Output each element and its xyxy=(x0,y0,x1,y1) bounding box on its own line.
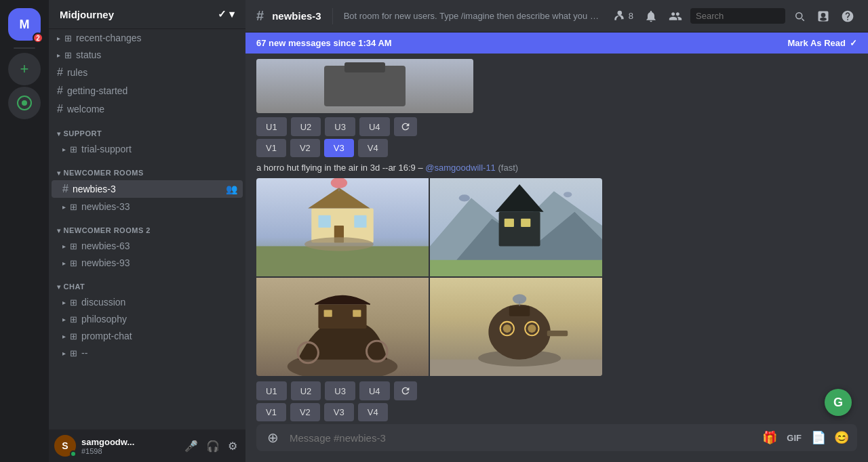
arrow-icon: ▸ xyxy=(62,299,66,306)
sidebar-item-trial-support[interactable]: ▸ ⊞ trial-support xyxy=(52,141,243,157)
action-row-u1234-main: U1 U2 U3 U4 xyxy=(256,381,857,400)
section-chat[interactable]: ▾ CHAT xyxy=(52,272,243,293)
u1-button-main[interactable]: U1 xyxy=(256,381,287,400)
refresh-button-top[interactable] xyxy=(394,117,417,136)
user-controls: 🎤 🎧 ⚙ xyxy=(182,437,240,455)
svg-rect-31 xyxy=(353,310,361,317)
section-newcomer-rooms-2[interactable]: ▾ NEWCOMER ROOMS 2 xyxy=(52,215,243,237)
channel-header: # newbies-3 Bot room for new users. Type… xyxy=(245,0,868,33)
sidebar-item-more[interactable]: ▸ ⊞ -- xyxy=(52,345,243,361)
floating-avatar[interactable]: G xyxy=(825,389,852,416)
sidebar-item-getting-started[interactable]: # getting-started xyxy=(52,82,243,100)
u3-button-main[interactable]: U3 xyxy=(325,381,355,400)
sidebar-item-recent-changes[interactable]: ▸ ⊞ recent-changes xyxy=(52,30,243,46)
members-button[interactable]: 8 xyxy=(610,7,636,26)
image-cell-4[interactable] xyxy=(430,278,602,376)
channel-label: discussion xyxy=(81,297,125,308)
image-cell-3[interactable] xyxy=(256,278,429,376)
members-list-button[interactable] xyxy=(666,7,685,26)
group-icon: ⊞ xyxy=(70,202,77,212)
v2-button-main[interactable]: V2 xyxy=(290,403,320,421)
gif-button[interactable]: GIF xyxy=(783,430,806,446)
search-button[interactable] xyxy=(791,7,808,25)
explore-button[interactable] xyxy=(8,87,41,119)
channel-label: newbies-63 xyxy=(81,240,130,251)
v1-button-main[interactable]: V1 xyxy=(256,403,286,421)
sidebar-item-newbies-63[interactable]: ▸ ⊞ newbies-63 xyxy=(52,238,243,254)
notification-button[interactable] xyxy=(642,7,660,26)
group-icon: ⊞ xyxy=(70,144,77,154)
group-icon: ⊞ xyxy=(70,331,77,341)
channel-label: status xyxy=(76,49,101,60)
channel-label: getting-started xyxy=(67,85,128,96)
image-cell-2[interactable] xyxy=(430,178,602,276)
sidebar-item-newbies-33[interactable]: ▸ ⊞ newbies-33 xyxy=(52,198,243,215)
mention-text[interactable]: @samgoodwill-11 xyxy=(425,163,496,173)
gift-button[interactable]: 🎁 xyxy=(760,427,780,448)
mute-button[interactable]: 🎤 xyxy=(182,437,201,455)
attach-button[interactable]: ⊕ xyxy=(262,424,284,451)
server-header[interactable]: Midjourney ✓ ▾ xyxy=(49,0,245,29)
hash-icon: # xyxy=(57,66,63,79)
mark-as-read-button[interactable]: Mark As Read ✓ xyxy=(788,38,858,48)
u4-button-main[interactable]: U4 xyxy=(359,381,390,400)
add-server-button[interactable]: + xyxy=(8,53,41,85)
group-icon: ⊞ xyxy=(70,348,77,358)
v2-button-top[interactable]: V2 xyxy=(290,139,320,157)
v4-button-main[interactable]: V4 xyxy=(358,403,388,421)
sidebar-item-newbies-93[interactable]: ▸ ⊞ newbies-93 xyxy=(52,255,243,271)
inbox-button[interactable] xyxy=(814,7,833,26)
arrow-icon: ▾ xyxy=(57,227,61,234)
channel-hash-icon: # xyxy=(256,8,264,24)
hash-icon: # xyxy=(57,103,63,115)
u1-button-top[interactable]: U1 xyxy=(256,117,287,136)
help-button[interactable] xyxy=(838,7,857,26)
section-newcomer-rooms[interactable]: ▾ NEWCOMER ROOMS xyxy=(52,158,243,180)
u4-button-top[interactable]: U4 xyxy=(359,117,390,136)
u3-button-top[interactable]: U3 xyxy=(325,117,355,136)
recent-changes-icon: ⊞ xyxy=(64,33,72,43)
svg-point-39 xyxy=(528,324,536,333)
arrow-icon: ▸ xyxy=(62,203,66,211)
u2-button-top[interactable]: U2 xyxy=(291,117,321,136)
sidebar-item-status[interactable]: ▸ ⊞ status xyxy=(52,47,243,63)
new-messages-banner[interactable]: 67 new messages since 1:34 AM Mark As Re… xyxy=(245,33,868,54)
input-right-icons: 🎁 GIF 📄 😊 xyxy=(760,427,852,448)
image-cell-1[interactable] xyxy=(256,178,429,276)
server-icon-midjourney[interactable]: M 2 xyxy=(8,8,41,41)
emoji-button[interactable]: 😊 xyxy=(831,427,852,448)
v1-button-top[interactable]: V1 xyxy=(256,139,286,157)
refresh-button-main[interactable] xyxy=(394,381,417,400)
hash-icon: # xyxy=(62,183,68,195)
sidebar-item-prompt-chat[interactable]: ▸ ⊞ prompt-chat xyxy=(52,328,243,344)
sticker-button[interactable]: 📄 xyxy=(808,427,829,448)
settings-button[interactable]: ⚙ xyxy=(225,437,240,455)
v3-button-top[interactable]: V3 xyxy=(324,139,354,157)
group-icon: ⊞ xyxy=(70,314,77,324)
arrow-icon: ▸ xyxy=(62,316,66,323)
floating-avatar-button[interactable]: G xyxy=(825,389,852,416)
section-label-text: CHAT xyxy=(64,282,85,291)
section-support[interactable]: ▾ SUPPORT xyxy=(52,119,243,140)
sidebar-item-newbies-3[interactable]: # newbies-3 👥 xyxy=(52,180,243,198)
sidebar-item-welcome[interactable]: # welcome xyxy=(52,100,243,118)
sidebar-item-discussion[interactable]: ▸ ⊞ discussion xyxy=(52,294,243,310)
search-input[interactable] xyxy=(690,8,785,24)
chat-area: U1 U2 U3 U4 V1 V2 V3 V4 a horro hut flyi… xyxy=(245,54,868,424)
message-block-main: a horro hut flying in the air in 3d --ar… xyxy=(245,163,868,424)
members-icon: 👥 xyxy=(226,184,237,194)
u2-button-main[interactable]: U2 xyxy=(291,381,321,400)
deafen-button[interactable]: 🎧 xyxy=(203,437,222,455)
v4-button-top[interactable]: V4 xyxy=(358,139,388,157)
input-area: ⊕ 🎁 GIF 📄 😊 xyxy=(245,424,868,462)
arrow-icon: ▸ xyxy=(57,35,60,42)
arrow-icon: ▾ xyxy=(57,130,61,138)
sidebar-item-philosophy[interactable]: ▸ ⊞ philosophy xyxy=(52,311,243,327)
sidebar: Midjourney ✓ ▾ ▸ ⊞ recent-changes ▸ ⊞ st… xyxy=(49,0,245,462)
checkmark-icon: ✓ xyxy=(850,38,857,48)
speed-badge: (fast) xyxy=(498,163,518,173)
v3-button-main[interactable]: V3 xyxy=(324,403,354,421)
message-input[interactable] xyxy=(284,425,760,451)
sidebar-item-rules[interactable]: # rules xyxy=(52,64,243,81)
action-row-v1234-top: V1 V2 V3 V4 xyxy=(256,139,857,157)
